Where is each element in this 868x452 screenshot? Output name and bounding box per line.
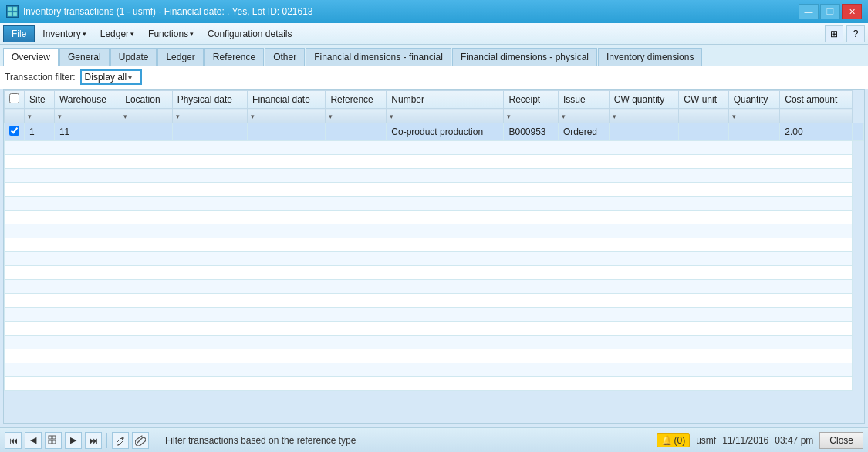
empty-row	[5, 336, 864, 349]
nav-separator-2	[154, 433, 154, 448]
tab-inventory-dimensions[interactable]: Inventory dimensions	[598, 48, 702, 66]
cell-row-num: 1	[25, 123, 55, 141]
filter-value: Display all	[85, 72, 127, 83]
transactions-table: Site Warehouse Location Physical date Fi…	[4, 90, 864, 391]
tab-general[interactable]: General	[59, 48, 110, 66]
configuration-details-menu[interactable]: Configuration details	[201, 26, 298, 42]
sort-reference[interactable]: ▾	[326, 109, 387, 123]
sort-cost-amount[interactable]	[780, 109, 853, 123]
sort-cw-quantity[interactable]: ▾	[609, 109, 678, 123]
table-wrapper[interactable]: Site Warehouse Location Physical date Fi…	[4, 90, 864, 423]
svg-rect-4	[49, 436, 52, 439]
nav-first-button[interactable]: ⏮	[5, 432, 22, 449]
header-quantity: Quantity	[728, 91, 780, 109]
notification-count: (0)	[674, 435, 686, 446]
title-bar: Inventory transactions (1 - usmf) - Fina…	[0, 0, 868, 23]
functions-menu-arrow: ▾	[190, 30, 194, 38]
inventory-menu[interactable]: Inventory ▾	[36, 26, 92, 42]
sort-row: ▾ ▾ ▾ ▾ ▾ ▾ ▾ ▾ ▾ ▾ ▾	[5, 109, 864, 123]
bell-icon: 🔔	[661, 435, 673, 446]
tab-financial-dimensions-financial[interactable]: Financial dimensions - financial	[306, 48, 451, 66]
restore-button[interactable]: ❐	[820, 4, 840, 19]
sort-quantity[interactable]: ▾	[728, 109, 780, 123]
row-checkbox-cell	[5, 123, 25, 141]
current-date: 11/11/2016	[722, 435, 768, 446]
empty-row	[5, 169, 864, 183]
cell-issue	[609, 123, 678, 141]
header-reference: Reference	[326, 91, 387, 109]
empty-row	[5, 224, 864, 238]
cell-quantity: 2.00	[780, 123, 853, 141]
cell-warehouse	[120, 123, 172, 141]
title-bar-left: Inventory transactions (1 - usmf) - Fina…	[6, 5, 313, 18]
view-toggle-button[interactable]: ⊞	[825, 25, 843, 42]
file-menu[interactable]: File	[3, 25, 35, 42]
transaction-filter-select[interactable]: Display all ▾	[80, 69, 142, 85]
status-right: 🔔 (0) usmf 11/11/2016 03:47 pm Close	[657, 432, 863, 449]
sort-location[interactable]: ▾	[120, 109, 172, 123]
sort-number[interactable]: ▾	[387, 109, 504, 123]
empty-row	[5, 238, 864, 252]
minimize-button[interactable]: —	[799, 4, 819, 19]
sort-receipt[interactable]: ▾	[504, 109, 559, 123]
sort-cw-unit[interactable]	[679, 109, 728, 123]
svg-rect-6	[49, 440, 52, 444]
svg-rect-0	[8, 7, 12, 11]
sort-financial-date[interactable]: ▾	[248, 109, 326, 123]
menu-bar: File Inventory ▾ Ledger ▾ Functions ▾ Co…	[0, 23, 868, 45]
empty-row	[5, 266, 864, 280]
nav-edit-button[interactable]	[112, 432, 129, 449]
cell-physical-date	[248, 123, 326, 141]
tab-reference[interactable]: Reference	[204, 48, 264, 66]
close-button[interactable]: Close	[819, 432, 863, 449]
filter-label: Transaction filter:	[5, 72, 76, 83]
svg-rect-5	[52, 436, 56, 439]
cell-number: B000953	[504, 123, 559, 141]
table-header-row: Site Warehouse Location Physical date Fi…	[5, 91, 864, 109]
header-financial-date: Financial date	[248, 91, 326, 109]
sort-physical-date[interactable]: ▾	[172, 109, 247, 123]
select-all-checkbox[interactable]	[9, 93, 19, 103]
sort-warehouse[interactable]: ▾	[54, 109, 120, 123]
header-cost-amount: Cost amount	[780, 91, 853, 109]
svg-rect-1	[13, 7, 17, 11]
tab-other[interactable]: Other	[265, 48, 305, 66]
svg-rect-3	[13, 12, 17, 16]
sort-checkbox	[5, 109, 25, 123]
status-message: Filter transactions based on the referen…	[159, 435, 654, 446]
close-window-button[interactable]: ✕	[842, 4, 862, 19]
header-issue: Issue	[558, 91, 609, 109]
tab-financial-dimensions-physical[interactable]: Financial dimensions - physical	[452, 48, 597, 66]
empty-row	[5, 294, 864, 308]
nav-attach-button[interactable]	[132, 432, 149, 449]
nav-next-button[interactable]: ▶	[65, 432, 82, 449]
notification-badge[interactable]: 🔔 (0)	[657, 433, 691, 447]
table-body: 1 11 Co-product production B000953 Order…	[5, 123, 864, 391]
nav-prev-button[interactable]: ◀	[25, 432, 42, 449]
header-receipt: Receipt	[504, 91, 559, 109]
table-row[interactable]: 1 11 Co-product production B000953 Order…	[5, 123, 864, 141]
filter-dropdown-arrow: ▾	[128, 73, 132, 82]
svg-rect-2	[8, 12, 12, 16]
tab-bar: Overview General Update Ledger Reference…	[0, 45, 868, 66]
ledger-menu[interactable]: Ledger ▾	[94, 26, 140, 42]
help-button[interactable]: ?	[846, 25, 865, 42]
row-checkbox[interactable]	[9, 126, 19, 136]
cell-cost-amount	[852, 123, 863, 141]
tab-overview[interactable]: Overview	[3, 48, 59, 66]
cell-site: 11	[54, 123, 120, 141]
header-location: Location	[120, 91, 172, 109]
empty-row	[5, 211, 864, 224]
nav-grid-button[interactable]	[45, 432, 62, 449]
functions-menu[interactable]: Functions ▾	[142, 26, 200, 42]
sort-site[interactable]: ▾	[25, 109, 55, 123]
empty-row	[5, 197, 864, 211]
tab-update[interactable]: Update	[110, 48, 157, 66]
sort-issue[interactable]: ▾	[558, 109, 609, 123]
empty-row	[5, 155, 864, 169]
tab-ledger[interactable]: Ledger	[157, 48, 203, 66]
svg-rect-7	[52, 440, 56, 444]
empty-row	[5, 183, 864, 197]
nav-last-button[interactable]: ⏭	[85, 432, 102, 449]
header-checkbox-col	[5, 91, 25, 109]
